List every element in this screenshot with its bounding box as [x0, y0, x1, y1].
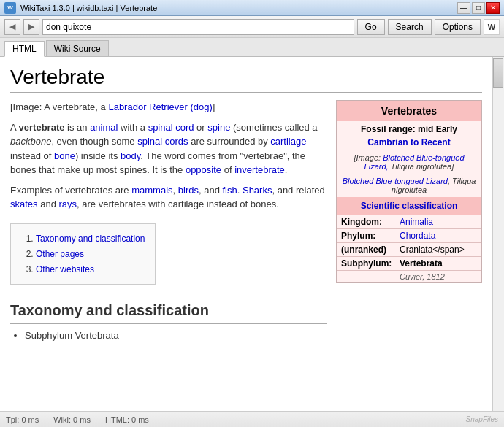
link-mammals[interactable]: mammals	[131, 185, 172, 196]
toc-item-2: Other pages	[36, 247, 145, 261]
infobox-value-author: Cuvier, 1812	[400, 272, 445, 281]
toc-link-2[interactable]: Other pages	[36, 249, 84, 259]
para1: A vertebrate is an animal with a spinal …	[10, 120, 327, 177]
bold-vertebrate: vertebrate	[19, 122, 65, 133]
link-spinal-cords[interactable]: spinal cords	[137, 136, 188, 147]
infobox-label-kingdom: Kingdom:	[341, 217, 400, 227]
article-title: Vertebrate	[10, 66, 482, 93]
toc-link-1[interactable]: Taxonomy and classification	[36, 234, 145, 244]
infobox-image: [Image: Blotched Blue-tongued Lizard, Ti…	[337, 150, 481, 174]
infobox-fossil-line1: Fossil range: mid Early	[337, 121, 481, 137]
titlebar: W WikiTaxi 1.3.0 | wikidb.taxi | Vertebr…	[0, 0, 504, 16]
infobox-label-unranked: (unranked)	[341, 245, 400, 255]
infobox-row-kingdom: Kingdom: Animalia	[337, 215, 481, 228]
toc: Taxonomy and classification Other pages …	[10, 223, 156, 285]
status-html: HTML: 0 ms	[105, 415, 149, 424]
toc-item-3: Other websites	[36, 263, 145, 276]
titlebar-buttons[interactable]: — □ ✕	[457, 2, 500, 14]
forward-button[interactable]: ▶	[23, 19, 39, 35]
tab-wiki-source[interactable]: Wiki Source	[46, 40, 109, 56]
infobox-row-author: Cuvier, 1812	[337, 270, 481, 282]
infobox: Vertebrates Fossil range: mid Early Camb…	[336, 100, 482, 283]
link-skates[interactable]: skates	[10, 199, 38, 209]
titlebar-left: W WikiTaxi 1.3.0 | wikidb.taxi | Vertebr…	[4, 2, 157, 14]
content-scroll[interactable]: Vertebrate [Image: A vertebrate, a Labra…	[0, 57, 492, 411]
link-cartilage[interactable]: cartilage	[270, 136, 306, 147]
infobox-fossil-line2: Cambrian to Recent	[337, 137, 481, 150]
bullet-list: Subphylum Vertebrata	[10, 328, 327, 343]
section-title-taxonomy: Taxonomy and classification	[10, 299, 327, 324]
link-rays[interactable]: rays	[59, 199, 77, 209]
infobox-row-phylum: Phylum: Chordata	[337, 228, 481, 242]
minimize-button[interactable]: —	[457, 2, 470, 14]
options-button[interactable]: Options	[435, 19, 481, 35]
tab-html[interactable]: HTML	[4, 41, 45, 57]
toolbar: ◀ ▶ Go Search Options W	[0, 16, 504, 38]
go-button[interactable]: Go	[357, 19, 385, 35]
link-spine[interactable]: spine	[207, 122, 230, 133]
infobox-row-subphylum: Subphylum: Vertebrata	[337, 256, 481, 270]
link-animal[interactable]: animal	[90, 122, 118, 133]
infobox-sci-header: Scientific classification	[337, 197, 481, 215]
infobox-image-caption: Blotched Blue-tongued Lizard, Tiliqua ni…	[337, 174, 481, 197]
toc-link-3[interactable]: Other websites	[36, 264, 94, 274]
infobox-value-kingdom[interactable]: Animalia	[400, 217, 433, 227]
link-spinal-cord[interactable]: spinal cord	[148, 122, 194, 133]
back-button[interactable]: ◀	[4, 19, 20, 35]
link-invertebrate[interactable]: invertebrate	[234, 164, 285, 175]
statusbar: Tpl: 0 ms Wiki: 0 ms HTML: 0 ms SnapFile…	[0, 411, 504, 427]
infobox-value-unranked: Craniata</span>	[400, 245, 465, 255]
tab-bar: HTML Wiki Source	[0, 38, 504, 57]
infobox-caption-link[interactable]: Blotched Blue-tongued Lizard	[343, 177, 448, 185]
status-tpl: Tpl: 0 ms	[6, 415, 39, 424]
infobox-row-unranked: (unranked) Craniata</span>	[337, 242, 481, 256]
link-bone[interactable]: bone	[54, 150, 75, 161]
titlebar-title: WikiTaxi 1.3.0 | wikidb.taxi | Vertebrat…	[20, 4, 157, 12]
infobox-label-author	[341, 272, 400, 281]
link-opposite[interactable]: opposite	[186, 164, 221, 175]
infobox-title: Vertebrates	[337, 101, 481, 121]
maximize-button[interactable]: □	[472, 2, 485, 14]
close-button[interactable]: ✕	[486, 2, 500, 14]
infobox-value-phylum[interactable]: Chordata	[400, 231, 435, 241]
infobox-label-subphylum: Subphylum:	[341, 258, 400, 269]
content-wrapper: Vertebrate [Image: A vertebrate, a Labra…	[0, 57, 504, 411]
link-birds[interactable]: birds	[178, 185, 199, 196]
para2: Examples of vertebrates are mammals, bir…	[10, 183, 327, 212]
article-intro: [Image: A vertebrate, a Labrador Retriev…	[10, 100, 327, 115]
address-input[interactable]	[42, 19, 354, 35]
link-fish[interactable]: fish	[223, 185, 237, 196]
search-button[interactable]: Search	[388, 19, 432, 35]
wiki-logo: W	[484, 19, 500, 35]
toc-list: Taxonomy and classification Other pages …	[21, 232, 145, 276]
app-icon: W	[4, 2, 16, 14]
article-body: [Image: A vertebrate, a Labrador Retriev…	[10, 100, 482, 345]
link-sharks[interactable]: Sharks	[243, 185, 272, 196]
toc-item-1: Taxonomy and classification	[36, 232, 145, 245]
infobox-label-phylum: Phylum:	[341, 231, 400, 241]
status-logo: SnapFiles	[466, 415, 498, 423]
intro-image-text: [Image: A vertebrate, a	[10, 101, 108, 112]
intro-image-link[interactable]: Labrador Retriever (dog)	[108, 101, 212, 112]
article-sidebar: Vertebrates Fossil range: mid Early Camb…	[336, 100, 482, 345]
scrollbar-thumb[interactable]	[493, 58, 503, 88]
article-main: [Image: A vertebrate, a Labrador Retriev…	[10, 100, 327, 345]
status-wiki: Wiki: 0 ms	[53, 415, 91, 424]
infobox-value-subphylum: Vertebrata	[400, 258, 443, 269]
scrollbar[interactable]	[492, 57, 504, 411]
link-body[interactable]: body	[121, 150, 140, 161]
list-item-subphylum: Subphylum Vertebrata	[25, 328, 327, 343]
